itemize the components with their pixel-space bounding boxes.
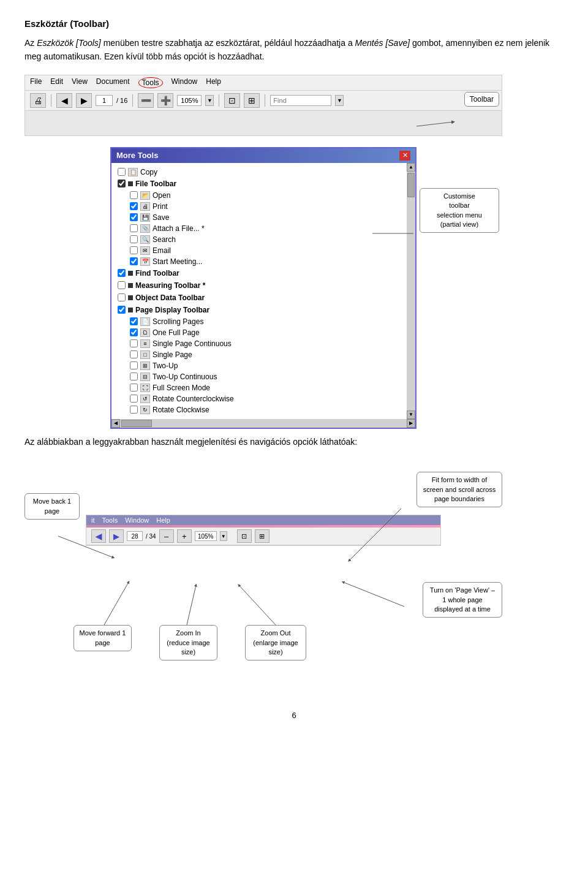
tb2-zoom-dropdown[interactable]: ▼ [220,531,227,541]
checkbox-save[interactable] [130,213,138,221]
checkbox-two-up-cont[interactable] [130,373,138,380]
tb2-forward-button[interactable]: ▶ [109,529,124,543]
menu-window[interactable]: Window [172,77,198,88]
zoom-dropdown[interactable]: ▼ [205,95,214,106]
dialog-scrollbar[interactable]: ▲ ▼ [407,163,415,419]
label-two-up-cont: Two-Up Continuous [153,373,217,381]
scrollbar-up[interactable]: ▲ [407,163,415,172]
menu-document[interactable]: Document [96,77,130,88]
tb2-menu-help[interactable]: Help [156,516,170,524]
checkbox-measuring[interactable] [118,281,126,289]
checkbox-object[interactable] [118,293,126,301]
print-button[interactable]: 🖨 [30,93,46,108]
label-open: Open [153,191,170,200]
zoom-in-button[interactable]: ➕ [157,93,173,108]
menu-help[interactable]: Help [206,77,221,88]
fit-width-button[interactable]: ⊞ [244,93,260,108]
tb2-toolbar: ◀ ▶ / 34 – + ▼ ⊡ ⊞ [86,528,440,545]
toolbar-row: 🖨 ◀ ▶ / 16 ➖ ➕ ▼ ⊡ ⊞ ▼ [25,91,502,111]
fit-page-button[interactable]: ⊡ [224,93,240,108]
tb2-fit-width-btn[interactable]: ⊞ [255,529,270,543]
scrollbar-down[interactable]: ▼ [407,410,415,419]
menu-view[interactable]: View [72,77,88,88]
tb2-page-total: / 34 [146,533,156,540]
checkbox-open[interactable] [130,191,138,199]
hscroll-right[interactable]: ▶ [407,419,415,428]
scrollbar-thumb[interactable] [407,173,415,197]
label-attach: Attach a File... * [153,224,205,233]
checkbox-scrolling[interactable] [130,317,138,325]
callout-move-back-label: Move back 1 page [33,497,71,514]
checkbox-meeting[interactable] [130,257,138,265]
back-button[interactable]: ◀ [56,93,72,108]
print-icon: 🖨 [140,202,150,211]
checkbox-email[interactable] [130,246,138,254]
label-object: Object Data Toolbar [135,293,205,302]
checkbox-search[interactable] [130,235,138,243]
zoom-input[interactable] [177,95,202,106]
tb2-zoom-in-btn[interactable]: + [177,529,192,543]
dialog-close-button[interactable]: ✕ [399,151,410,161]
checkbox-attach[interactable] [130,224,138,232]
callout-fit-form-label: Fit form to width of screen and scroll a… [423,476,496,502]
email-icon: ✉ [140,246,150,255]
intro-paragraph: Az Eszközök [Tools] menüben testre szabh… [24,36,564,64]
section-page-display-toolbar: Page Display Toolbar [118,304,404,316]
dialog-title: More Tools [116,151,158,160]
checkbox-rotate-cw[interactable] [130,406,138,414]
more-tools-dialog: More Tools ✕ 📋 Copy File Toolbar [110,147,417,429]
callout-zoom-in-label: Zoom In (reduce image size) [167,629,209,656]
tb2-page-input[interactable] [127,531,143,541]
page-total: / 16 [116,97,127,104]
checkbox-rotate-ccw[interactable] [130,395,138,403]
tb2-fit-page-btn[interactable]: ⊡ [237,529,252,543]
section-object-toolbar: Object Data Toolbar [118,292,404,304]
section-sq-object [128,295,133,300]
menu-edit[interactable]: Edit [50,77,63,88]
find-input[interactable] [270,95,331,106]
section-sq-find [128,271,133,276]
label-print: Print [153,202,168,211]
tb2-menubar: it Tools Window Help [86,515,440,525]
checkbox-copy[interactable] [118,168,126,176]
copy-icon: 📋 [128,168,138,176]
page-input[interactable] [96,95,113,106]
customise-callout-label: Customisetoolbarselection menu(partial v… [420,188,499,233]
tb2-menu-tools[interactable]: Tools [102,516,118,524]
tb2-zoom-out-btn[interactable]: – [159,529,174,543]
tb2-menu-window[interactable]: Window [125,516,149,524]
checkbox-one-full[interactable] [130,328,138,336]
menu-file[interactable]: File [30,77,42,88]
callout-page-view-label: Turn on 'Page View' – 1 whole page displ… [430,586,495,613]
dialog-item-meeting: 📅 Start Meeting... [130,256,404,267]
checkbox-single-cont[interactable] [130,339,138,347]
find-dropdown[interactable]: ▼ [335,95,344,106]
section-sq-page-display [128,308,133,312]
forward-button[interactable]: ▶ [76,93,92,108]
dialog-hscrollbar[interactable]: ◀ ▶ [111,419,415,428]
checkbox-find-toolbar[interactable] [118,269,126,277]
checkbox-print[interactable] [130,202,138,210]
section-paragraph: Az alábbiakban a leggyakrabban használt … [24,435,564,448]
checkbox-fullscreen[interactable] [130,384,138,392]
checkbox-single[interactable] [130,350,138,358]
checkbox-two-up[interactable] [130,361,138,369]
checkbox-page-display[interactable] [118,306,126,314]
hscroll-thumb[interactable] [121,420,152,427]
tb2-zoom-input[interactable] [195,531,217,541]
checkbox-file-toolbar[interactable] [118,180,126,187]
hscroll-left[interactable]: ◀ [111,419,120,428]
menu-tools[interactable]: Tools [138,77,163,88]
label-single: Single Page [153,350,192,359]
tb2-menu-it[interactable]: it [91,516,95,524]
dialog-item-scrolling: 📄 Scrolling Pages [130,316,404,327]
tb2-back-button[interactable]: ◀ [91,529,106,543]
dialog-content: 📋 Copy File Toolbar 📂 Open [111,163,415,419]
dialog-item-one-full: 🗋 One Full Page [130,327,404,338]
two-up-icon: ⊞ [140,361,150,370]
dialog-item-open: 📂 Open [130,190,404,201]
zoom-out-button[interactable]: ➖ [138,93,154,108]
separator-4 [265,94,265,107]
single-icon: □ [140,350,150,359]
scrolling-icon: 📄 [140,317,150,326]
